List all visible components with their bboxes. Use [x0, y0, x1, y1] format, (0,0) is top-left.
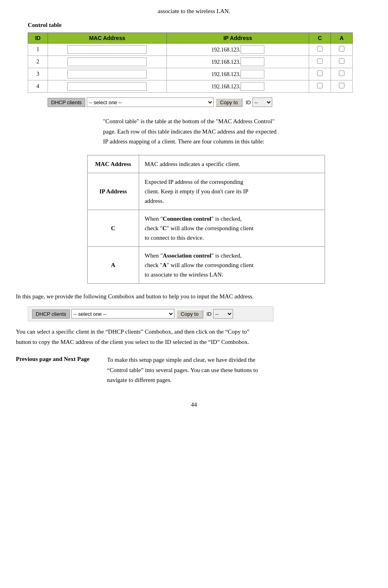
row-ip-3: 192.168.123.	[166, 68, 309, 80]
info-content-c: When "Connection control" is checked, ch…	[139, 210, 325, 246]
section-title: Control table	[28, 22, 372, 29]
ctrl-row-3: 3192.168.123.	[28, 68, 353, 80]
ip-prefix-3: 192.168.123.	[211, 71, 241, 77]
row-c-2	[309, 56, 331, 68]
top-text: associate to the wireless LAN.	[16, 8, 372, 15]
checkbox-a-2[interactable]	[339, 58, 344, 64]
ip-input-2[interactable]	[241, 57, 264, 66]
mac-input-4[interactable]	[67, 82, 147, 91]
dhcp-bar-1: DHCP clients -- select one -- Copy to ID…	[48, 97, 372, 107]
copy-to-button-2[interactable]: Copy to	[176, 309, 203, 319]
checkbox-c-2[interactable]	[317, 58, 323, 64]
id-label-2: ID	[206, 311, 212, 317]
header-mac: MAC Address	[48, 33, 166, 44]
prev-next-line-1: To make this setup page simple and clear…	[107, 355, 258, 365]
control-table: ID MAC Address IP Address C A 1192.168.1…	[28, 32, 353, 93]
ip-input-4[interactable]	[241, 82, 264, 91]
info-label-mac: MAC Address	[88, 155, 139, 173]
row-ip-2: 192.168.123.	[166, 56, 309, 68]
ip-prefix-4: 192.168.123.	[211, 84, 241, 90]
row-mac-2	[48, 56, 166, 68]
info-label-c: C	[88, 210, 139, 246]
body-text: You can select a specific client in the …	[16, 327, 372, 347]
row-a-3	[331, 68, 353, 80]
body-line-1: You can select a specific client in the …	[16, 327, 372, 337]
info-label-a: A	[88, 246, 139, 283]
info-table: MAC Address MAC address indicates a spec…	[87, 155, 325, 284]
ctrl-row-1: 1192.168.123.	[28, 44, 353, 56]
row-a-2	[331, 56, 353, 68]
dhcp-select-1[interactable]: -- select one --	[87, 97, 214, 107]
ctrl-row-2: 2192.168.123.	[28, 56, 353, 68]
prev-next-section: Previous page and Next Page To make this…	[16, 355, 372, 386]
desc-line-2: page. Each row of this table indicates t…	[103, 127, 372, 137]
ctrl-row-4: 4192.168.123.	[28, 80, 353, 93]
row-mac-3	[48, 68, 166, 80]
dhcp-id-select-2[interactable]: --	[213, 309, 233, 319]
checkbox-a-3[interactable]	[339, 71, 344, 76]
header-c: C	[309, 33, 331, 44]
description-block: "Control table" is the table at the bott…	[103, 116, 372, 147]
row-mac-4	[48, 80, 166, 93]
prev-next-content: To make this setup page simple and clear…	[107, 355, 258, 386]
control-table-wrapper: ID MAC Address IP Address C A 1192.168.1…	[28, 32, 372, 107]
mac-input-1[interactable]	[67, 45, 147, 54]
copy-to-button-1[interactable]: Copy to	[215, 98, 243, 107]
row-c-1	[309, 44, 331, 56]
info-content-a: When "Association control" is checked, c…	[139, 246, 325, 283]
body-line-2: button to copy the MAC address of the cl…	[16, 337, 372, 347]
desc-line-3: IP address mapping of a client. There ar…	[103, 137, 372, 147]
row-ip-4: 192.168.123.	[166, 80, 309, 93]
row-id-4: 4	[28, 80, 48, 93]
row-id-1: 1	[28, 44, 48, 56]
ip-prefix-1: 192.168.123.	[211, 47, 241, 53]
checkbox-c-1[interactable]	[317, 46, 323, 52]
checkbox-c-4[interactable]	[317, 83, 323, 88]
row-ip-1: 192.168.123.	[166, 44, 309, 56]
dhcp-label-2: DHCP clients	[32, 309, 70, 319]
row-c-3	[309, 68, 331, 80]
checkbox-a-4[interactable]	[339, 83, 344, 88]
header-ip: IP Address	[166, 33, 309, 44]
prev-next-label: Previous page and Next Page	[16, 356, 95, 386]
checkbox-a-1[interactable]	[339, 46, 344, 52]
ip-input-1[interactable]	[241, 45, 264, 54]
dhcp-select-2[interactable]: -- select one --	[71, 309, 174, 319]
header-id: ID	[28, 33, 48, 44]
info-label-ip: IP Address	[88, 173, 139, 210]
dhcp-label-1: DHCP clients	[48, 98, 85, 107]
header-a: A	[331, 33, 353, 44]
mac-input-3[interactable]	[67, 70, 147, 78]
mac-input-2[interactable]	[67, 57, 147, 66]
row-c-4	[309, 80, 331, 93]
row-mac-1	[48, 44, 166, 56]
info-content-mac: MAC address indicates a specific client.	[139, 155, 325, 173]
row-id-2: 2	[28, 56, 48, 68]
info-row-c: C When "Connection control" is checked, …	[88, 210, 325, 246]
info-row-ip: IP Address Expected IP address of the co…	[88, 173, 325, 210]
info-content-ip: Expected IP address of the corresponding…	[139, 173, 325, 210]
prev-next-line-3: navigate to different pages.	[107, 375, 258, 386]
ip-prefix-2: 192.168.123.	[211, 59, 241, 65]
info-row-a: A When "Association control" is checked,…	[88, 246, 325, 283]
dhcp-bar-2: DHCP clients -- select one -- Copy to ID…	[28, 306, 273, 321]
row-id-3: 3	[28, 68, 48, 80]
inline-description: In this page, we provide the following C…	[16, 292, 372, 302]
prev-next-line-2: “Control table” into several pages. You …	[107, 365, 258, 376]
page-number: 44	[16, 401, 372, 408]
row-a-4	[331, 80, 353, 93]
row-a-1	[331, 44, 353, 56]
checkbox-c-3[interactable]	[317, 71, 323, 76]
ip-input-3[interactable]	[241, 70, 264, 78]
dhcp-id-select-1[interactable]: --	[252, 97, 272, 107]
id-label-1: ID	[246, 99, 251, 105]
desc-line-1: "Control table" is the table at the bott…	[103, 116, 372, 127]
info-row-mac: MAC Address MAC address indicates a spec…	[88, 155, 325, 173]
